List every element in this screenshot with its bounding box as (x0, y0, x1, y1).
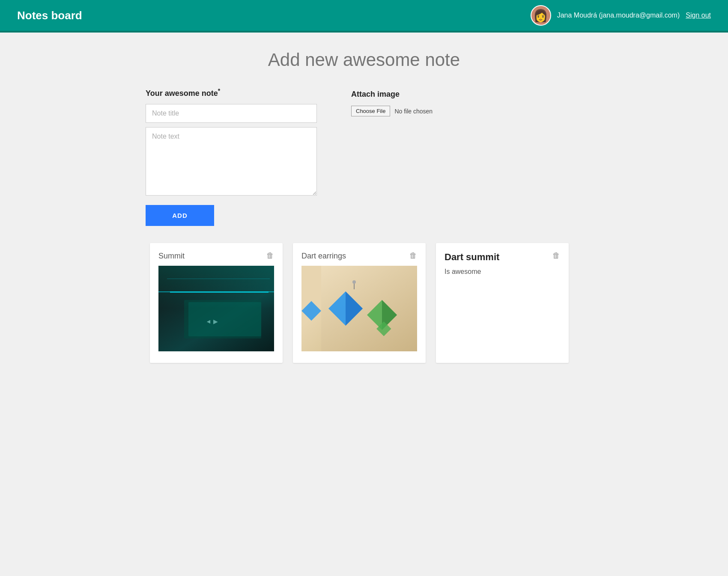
svg-rect-4 (184, 300, 261, 338)
form-label: Your awesome note* (146, 87, 317, 98)
page-heading: Add new awesome note (0, 50, 728, 70)
note-text-input[interactable] (146, 127, 317, 196)
note-card-header: Dart summit 🗑 (445, 252, 560, 263)
delete-icon[interactable]: 🗑 (266, 252, 274, 259)
note-card: Dart summit 🗑 Is awesome (436, 243, 569, 363)
app-title: Notes board (17, 9, 82, 22)
delete-icon[interactable]: 🗑 (552, 252, 560, 259)
svg-rect-3 (167, 279, 270, 279)
note-card-title: Summit (158, 252, 185, 261)
note-card: Summit 🗑 (150, 243, 283, 363)
form-row: Your awesome note* ADD Attach image Choo… (128, 87, 600, 226)
svg-point-14 (352, 280, 356, 284)
notes-row: Summit 🗑 (128, 243, 600, 363)
attach-section: Attach image Choose File No file chosen (351, 87, 433, 116)
main-content: Add new awesome note Your awesome note* … (0, 33, 728, 363)
note-card-title: Dart earrings (301, 252, 346, 261)
note-card-title: Dart summit (445, 252, 499, 263)
avatar: 👩 (531, 5, 551, 26)
notes-grid: Summit 🗑 (146, 243, 582, 363)
note-image-summit: ◄ ▶ (158, 266, 274, 351)
header: Notes board 👩 Jana Moudrá (jana.moudra@g… (0, 0, 728, 31)
svg-rect-0 (158, 266, 274, 351)
note-card-body: Is awesome (445, 268, 560, 276)
note-form: Your awesome note* ADD (146, 87, 317, 226)
note-card: Dart earrings 🗑 (293, 243, 426, 363)
svg-rect-5 (188, 302, 261, 336)
user-name: Jana Moudrá (jana.moudra@gmail.com) (557, 12, 680, 19)
note-card-header: Dart earrings 🗑 (301, 252, 417, 261)
note-image-earrings (301, 266, 417, 351)
attach-label: Attach image (351, 90, 433, 99)
delete-icon[interactable]: 🗑 (409, 252, 417, 259)
no-file-text: No file chosen (394, 108, 433, 115)
add-button[interactable]: ADD (146, 205, 214, 226)
note-title-input[interactable] (146, 104, 317, 123)
note-card-header: Summit 🗑 (158, 252, 274, 261)
svg-text:◄ ▶: ◄ ▶ (206, 318, 218, 325)
svg-rect-2 (158, 291, 274, 292)
choose-file-button[interactable]: Choose File (351, 106, 390, 116)
header-right: 👩 Jana Moudrá (jana.moudra@gmail.com) Si… (531, 5, 711, 26)
svg-rect-1 (158, 266, 274, 351)
sign-out-button[interactable]: Sign out (686, 12, 711, 19)
file-input-row: Choose File No file chosen (351, 106, 433, 116)
